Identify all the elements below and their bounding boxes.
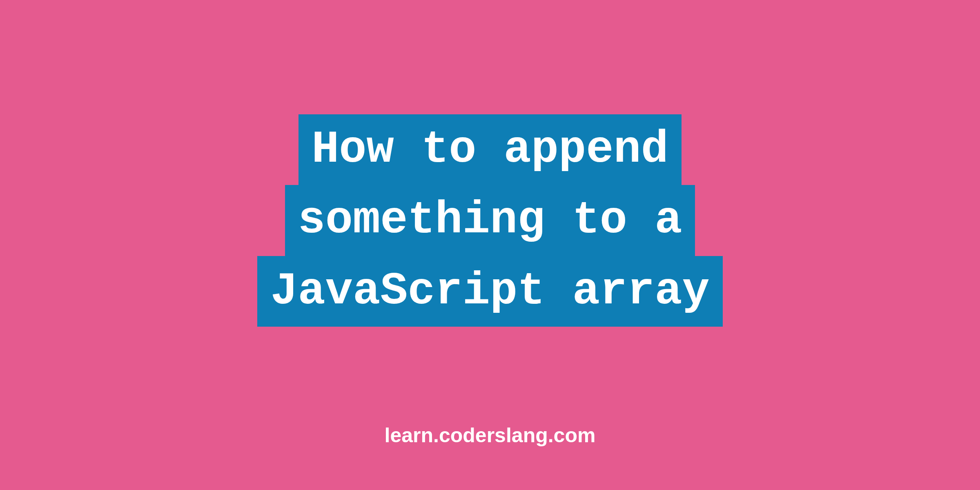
title-container: How to append something to a JavaScript …	[257, 114, 722, 327]
title-line-2: something to a	[285, 185, 695, 256]
title-line-3: JavaScript array	[257, 256, 722, 327]
subtitle-url: learn.coderslang.com	[385, 423, 596, 447]
title-line-1: How to append	[298, 114, 682, 185]
